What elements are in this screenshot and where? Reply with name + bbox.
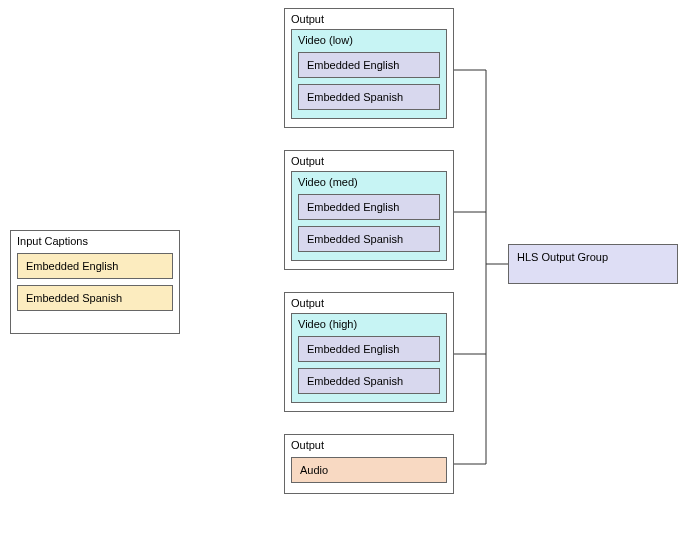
embedded-caption: Embedded Spanish [298, 368, 440, 394]
embedded-caption: Embedded English [298, 52, 440, 78]
embedded-caption: Embedded Spanish [298, 226, 440, 252]
output-box: Output Video (low) Embedded English Embe… [284, 8, 454, 128]
embedded-caption: Embedded English [298, 194, 440, 220]
embedded-caption: Embedded English [298, 336, 440, 362]
output-box: Output Video (med) Embedded English Embe… [284, 150, 454, 270]
video-title: Video (high) [298, 318, 440, 330]
output-title: Output [291, 439, 447, 451]
input-captions-box: Input Captions Embedded English Embedded… [10, 230, 180, 334]
output-box: Output Audio [284, 434, 454, 494]
hls-output-group-box: HLS Output Group [508, 244, 678, 284]
output-title: Output [291, 297, 447, 309]
video-box: Video (med) Embedded English Embedded Sp… [291, 171, 447, 261]
video-title: Video (med) [298, 176, 440, 188]
input-caption-item: Embedded Spanish [17, 285, 173, 311]
video-box: Video (low) Embedded English Embedded Sp… [291, 29, 447, 119]
embedded-caption: Embedded Spanish [298, 84, 440, 110]
output-box: Output Video (high) Embedded English Emb… [284, 292, 454, 412]
audio-box: Audio [291, 457, 447, 483]
video-box: Video (high) Embedded English Embedded S… [291, 313, 447, 403]
output-title: Output [291, 155, 447, 167]
hls-output-group-title: HLS Output Group [517, 251, 608, 263]
input-captions-title: Input Captions [17, 235, 173, 247]
video-title: Video (low) [298, 34, 440, 46]
input-caption-item: Embedded English [17, 253, 173, 279]
output-title: Output [291, 13, 447, 25]
